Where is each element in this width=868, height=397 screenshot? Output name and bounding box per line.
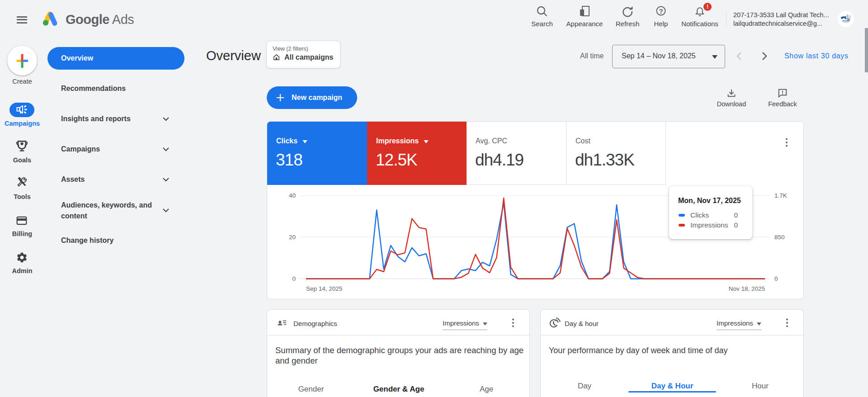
svg-text:Sep 14, 2025: Sep 14, 2025 bbox=[306, 285, 342, 292]
svg-text:?: ? bbox=[659, 7, 663, 15]
svg-text:0: 0 bbox=[774, 275, 778, 282]
svg-text:Nov 18, 2025: Nov 18, 2025 bbox=[729, 285, 765, 292]
svg-text:850: 850 bbox=[774, 234, 785, 241]
svg-text:40: 40 bbox=[289, 192, 296, 199]
svg-text:20: 20 bbox=[289, 234, 296, 241]
svg-text:0: 0 bbox=[292, 275, 296, 282]
svg-text:1.7K: 1.7K bbox=[774, 192, 787, 199]
